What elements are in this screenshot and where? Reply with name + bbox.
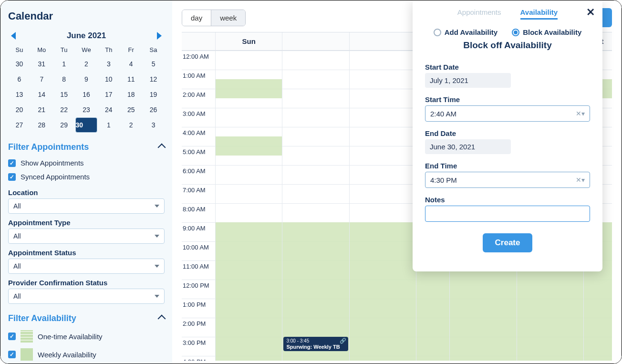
grid-cell[interactable] bbox=[350, 165, 416, 184]
availability-block[interactable] bbox=[216, 222, 282, 361]
mini-calendar-day[interactable]: 3 bbox=[142, 117, 165, 133]
block-availability-radio[interactable]: Block Availability bbox=[512, 28, 581, 36]
mini-calendar-day[interactable]: 8 bbox=[53, 72, 75, 87]
mini-calendar-day[interactable]: 30 bbox=[8, 56, 31, 72]
modal-tab-appointments[interactable]: Appointments bbox=[457, 8, 501, 20]
mini-calendar-day[interactable]: 21 bbox=[31, 102, 53, 117]
grid-cell[interactable] bbox=[350, 51, 416, 70]
grid-cell[interactable] bbox=[282, 203, 349, 222]
synced-appointments-toggle[interactable]: Synced Appointments bbox=[8, 170, 165, 184]
mini-calendar-day[interactable]: 10 bbox=[97, 72, 120, 87]
time-slot-label: 10:00 AM bbox=[182, 241, 215, 260]
mini-calendar-day[interactable]: 15 bbox=[53, 87, 75, 102]
mini-calendar-day[interactable]: 2 bbox=[75, 56, 98, 72]
mini-calendar-day[interactable]: 2 bbox=[120, 117, 142, 133]
mini-calendar-day[interactable]: 16 bbox=[75, 87, 98, 102]
mini-calendar-day[interactable]: 23 bbox=[75, 102, 98, 117]
grid-cell[interactable] bbox=[350, 127, 416, 146]
mini-calendar-day[interactable]: 11 bbox=[120, 72, 142, 87]
grid-cell[interactable] bbox=[216, 184, 282, 203]
mini-calendar-day[interactable]: 13 bbox=[8, 87, 31, 102]
calendar-event[interactable]: 3:00 - 3:45Spurwing: Weekly TB🔗 bbox=[283, 337, 348, 351]
close-icon[interactable]: ✕ bbox=[586, 6, 595, 19]
time-slot-label: 7:00 AM bbox=[182, 184, 215, 203]
weekly-availability-toggle[interactable]: Weekly Availability bbox=[8, 345, 165, 364]
chevron-right-icon[interactable] bbox=[157, 32, 162, 40]
appointment-type-select[interactable]: All bbox=[8, 229, 165, 244]
grid-cell[interactable] bbox=[282, 184, 349, 203]
clear-dropdown-icon[interactable]: ✕▾ bbox=[576, 176, 585, 184]
grid-cell[interactable] bbox=[282, 108, 349, 127]
grid-cell[interactable] bbox=[216, 165, 282, 184]
mini-calendar-day[interactable]: 26 bbox=[142, 102, 165, 117]
grid-cell[interactable] bbox=[350, 184, 416, 203]
availability-block[interactable] bbox=[216, 136, 282, 156]
day-column[interactable] bbox=[215, 51, 282, 361]
grid-cell[interactable] bbox=[350, 70, 416, 89]
chevron-down-icon bbox=[155, 265, 159, 268]
modal-tab-availability[interactable]: Availability bbox=[520, 8, 558, 20]
mini-calendar-day[interactable]: 28 bbox=[31, 117, 53, 133]
mini-calendar-day[interactable]: 9 bbox=[75, 72, 98, 87]
grid-cell[interactable] bbox=[216, 51, 282, 70]
add-availability-radio[interactable]: Add Availability bbox=[434, 28, 498, 36]
availability-block[interactable] bbox=[216, 79, 282, 98]
mini-calendar-day[interactable]: 12 bbox=[142, 72, 165, 87]
grid-cell[interactable] bbox=[216, 203, 282, 222]
grid-cell[interactable] bbox=[282, 70, 349, 89]
provider-confirmation-select[interactable]: All bbox=[8, 289, 165, 304]
one-time-availability-toggle[interactable]: One-time Availability bbox=[8, 327, 165, 345]
tab-day[interactable]: day bbox=[182, 10, 211, 26]
mini-calendar-day[interactable]: 20 bbox=[8, 102, 31, 117]
grid-cell[interactable] bbox=[282, 89, 349, 108]
mini-calendar-day[interactable]: 29 bbox=[53, 117, 75, 133]
appointment-status-select[interactable]: All bbox=[8, 259, 165, 274]
grid-cell[interactable] bbox=[350, 89, 416, 108]
mini-calendar-day[interactable]: 24 bbox=[97, 102, 120, 117]
mini-calendar: June 2021 SuMoTuWeThFrSa3031123456789101… bbox=[8, 31, 165, 133]
mini-calendar-day[interactable]: 1 bbox=[97, 117, 120, 133]
mini-calendar-day[interactable]: 19 bbox=[142, 87, 165, 102]
end-date-field[interactable]: June 30, 2021 bbox=[425, 139, 511, 154]
grid-cell[interactable] bbox=[350, 108, 416, 127]
day-column[interactable]: 3:00 - 3:45Spurwing: Weekly TB🔗 bbox=[282, 51, 349, 361]
grid-cell[interactable] bbox=[216, 108, 282, 127]
location-select[interactable]: All bbox=[8, 198, 165, 214]
time-slot-label: 6:00 AM bbox=[182, 165, 215, 184]
grid-cell[interactable] bbox=[350, 203, 416, 222]
grid-cell[interactable] bbox=[282, 127, 349, 146]
chevron-left-icon[interactable] bbox=[11, 32, 16, 40]
mini-calendar-day[interactable]: 30 bbox=[75, 117, 98, 133]
start-time-select[interactable]: 2:40 AM ✕▾ bbox=[425, 105, 590, 122]
mini-calendar-day[interactable]: 7 bbox=[31, 72, 53, 87]
event-time: 3:00 - 3:45 bbox=[286, 338, 345, 344]
filter-appointments-header[interactable]: Filter Appointments bbox=[8, 142, 165, 152]
availability-block[interactable] bbox=[350, 222, 416, 361]
mini-calendar-day[interactable]: 25 bbox=[120, 102, 142, 117]
mini-calendar-day[interactable]: 5 bbox=[142, 56, 165, 72]
time-slot-label: 4:00 AM bbox=[182, 127, 215, 146]
mini-calendar-day[interactable]: 27 bbox=[8, 117, 31, 133]
grid-cell[interactable] bbox=[350, 146, 416, 165]
create-button[interactable]: Create bbox=[483, 233, 533, 252]
mini-calendar-day[interactable]: 31 bbox=[31, 56, 53, 72]
notes-input[interactable] bbox=[425, 206, 590, 222]
mini-calendar-day[interactable]: 3 bbox=[97, 56, 120, 72]
grid-cell[interactable] bbox=[282, 51, 349, 70]
grid-cell[interactable] bbox=[282, 165, 349, 184]
grid-cell[interactable] bbox=[282, 146, 349, 165]
mini-calendar-day[interactable]: 1 bbox=[53, 56, 75, 72]
mini-calendar-day[interactable]: 22 bbox=[53, 102, 75, 117]
mini-calendar-day[interactable]: 14 bbox=[31, 87, 53, 102]
start-date-field[interactable]: July 1, 2021 bbox=[425, 73, 511, 88]
tab-week[interactable]: week bbox=[211, 10, 245, 26]
day-column[interactable] bbox=[349, 51, 416, 361]
end-time-select[interactable]: 4:30 PM ✕▾ bbox=[425, 172, 590, 188]
mini-calendar-day[interactable]: 18 bbox=[120, 87, 142, 102]
mini-calendar-day[interactable]: 17 bbox=[97, 87, 120, 102]
filter-availability-header[interactable]: Filter Availability bbox=[8, 313, 165, 323]
mini-calendar-day[interactable]: 6 bbox=[8, 72, 31, 87]
show-appointments-toggle[interactable]: Show Appointments bbox=[8, 156, 165, 170]
mini-calendar-day[interactable]: 4 bbox=[120, 56, 142, 72]
clear-dropdown-icon[interactable]: ✕▾ bbox=[576, 110, 585, 117]
